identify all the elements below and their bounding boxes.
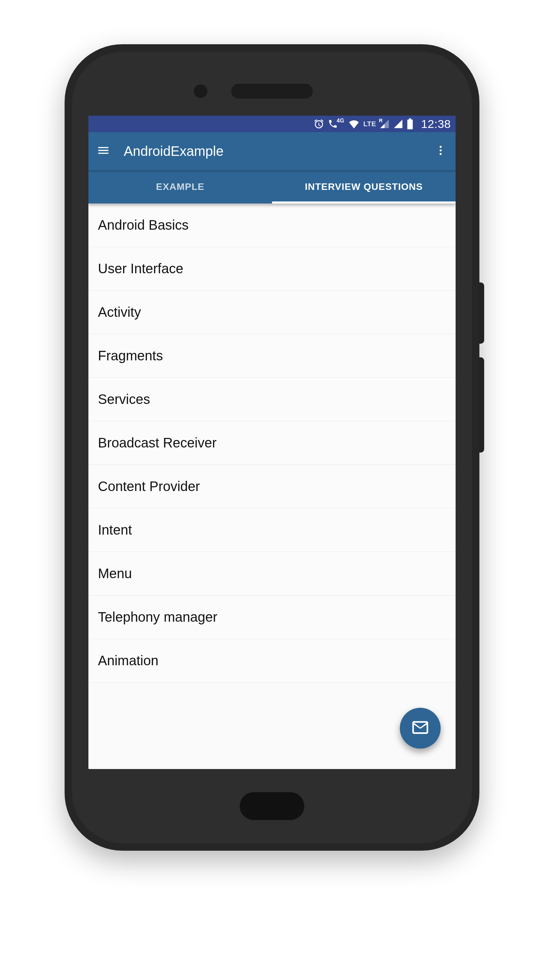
mail-icon (411, 718, 430, 738)
call-4g-icon: 4G (328, 119, 344, 129)
list-item[interactable]: Content Provider (89, 465, 455, 508)
overflow-menu-button[interactable] (433, 143, 449, 159)
signal-roaming-icon: R (379, 119, 390, 129)
wifi-icon (348, 118, 360, 130)
list-item[interactable]: Broadcast Receiver (89, 421, 455, 465)
list-item[interactable]: Menu (89, 552, 455, 595)
tab-bar: EXAMPLE INTERVIEW QUESTIONS (89, 170, 455, 204)
tab-example[interactable]: EXAMPLE (89, 170, 272, 204)
device-screen: 4G LTE R (89, 116, 455, 769)
list-item-label: Content Provider (98, 479, 200, 494)
list-item[interactable]: User Interface (89, 247, 455, 291)
alarm-icon (314, 118, 324, 129)
list-item[interactable]: Intent (89, 508, 455, 552)
list-item-label: Broadcast Receiver (98, 435, 217, 450)
list-item[interactable]: Services (89, 378, 455, 421)
list-item-label: Android Basics (98, 218, 189, 233)
list-item-label: Telephony manager (98, 609, 217, 625)
list-item-label: Animation (98, 653, 159, 668)
status-clock: 12:38 (421, 118, 451, 130)
call-data-label: 4G (336, 118, 344, 124)
topic-list[interactable]: Android Basics User Interface Activity F… (89, 204, 455, 682)
list-item-label: Activity (98, 305, 141, 320)
signal-icon (393, 119, 403, 129)
list-item-label: User Interface (98, 261, 183, 276)
status-bar: 4G LTE R (89, 116, 455, 132)
tab-interview-questions[interactable]: INTERVIEW QUESTIONS (272, 170, 455, 204)
tab-label: INTERVIEW QUESTIONS (305, 181, 423, 192)
list-item[interactable]: Fragments (89, 334, 455, 378)
status-icons: 4G LTE R (314, 118, 451, 130)
list-item[interactable]: Telephony manager (89, 595, 455, 639)
app-bar: AndroidExample (89, 132, 455, 170)
earpiece-speaker (231, 84, 313, 99)
network-type-label: LTE (363, 120, 376, 128)
list-item-label: Menu (98, 566, 132, 581)
list-item[interactable]: Activity (89, 291, 455, 334)
list-item[interactable]: Android Basics (89, 204, 455, 247)
home-button[interactable] (240, 792, 304, 820)
hamburger-icon (97, 143, 110, 159)
nav-drawer-button[interactable] (95, 143, 111, 159)
list-item-label: Fragments (98, 348, 163, 363)
front-camera (194, 84, 208, 98)
fab-mail-button[interactable] (400, 708, 441, 749)
phone-side-button (479, 357, 484, 453)
svg-point-2 (439, 153, 442, 155)
svg-point-0 (439, 146, 442, 148)
battery-icon (407, 118, 414, 129)
list-item-label: Intent (98, 522, 132, 538)
tab-label: EXAMPLE (156, 181, 205, 192)
svg-point-1 (439, 150, 442, 151)
app-title: AndroidExample (124, 143, 433, 159)
list-item-label: Services (98, 392, 150, 407)
roaming-label: R (379, 118, 382, 123)
phone-side-button (479, 282, 484, 344)
more-vert-icon (435, 144, 447, 158)
list-item[interactable]: Animation (89, 639, 455, 682)
